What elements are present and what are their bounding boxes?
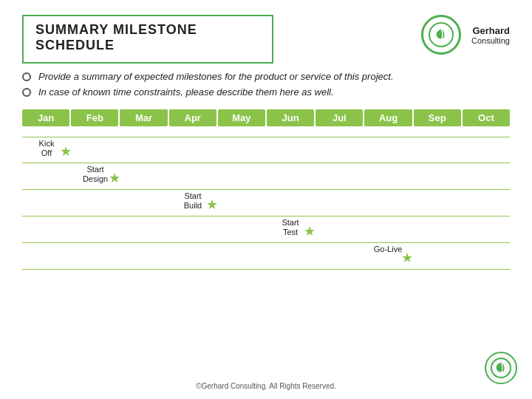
bullet-text-2: In case of known time constraints, pleas…	[38, 86, 334, 98]
month-cell-sep: Sep	[414, 109, 461, 126]
milestone-label-0: KickOff	[39, 139, 55, 158]
bullet-item-1: Provide a summary of expected milestones…	[22, 71, 510, 82]
milestone-label-2: StartBuild	[184, 191, 202, 211]
milestone-row-1: StartDesign★	[22, 163, 510, 190]
header: Summary Milestone Schedule Gerhard Consu…	[22, 15, 510, 64]
month-cell-apr: Apr	[169, 109, 216, 126]
timeline-section: JanFebMarAprMayJunJulAugSepOct KickOff★S…	[22, 109, 510, 270]
milestone-star-4: ★	[401, 250, 413, 266]
month-cell-jul: Jul	[316, 109, 363, 126]
milestone-label-1: StartDesign	[83, 165, 108, 184]
page-title: Summary Milestone Schedule	[35, 22, 197, 52]
milestone-rows: KickOff★StartDesign★StartBuild★StartTest…	[22, 137, 510, 270]
month-cell-oct: Oct	[463, 109, 510, 126]
bullets-section: Provide a summary of expected milestones…	[22, 71, 510, 98]
month-cell-feb: Feb	[71, 109, 118, 126]
title-box: Summary Milestone Schedule	[22, 15, 273, 64]
logo-text: Gerhard Consulting	[471, 25, 510, 45]
logo-icon	[421, 15, 461, 55]
logo-area: Gerhard Consulting	[421, 15, 510, 55]
bullet-text-1: Provide a summary of expected milestones…	[38, 71, 394, 82]
logo-name: Gerhard	[472, 25, 510, 36]
milestone-row-2: StartBuild★	[22, 190, 510, 216]
milestone-row-3: StartTest★	[22, 216, 510, 243]
milestone-star-1: ★	[109, 170, 120, 186]
copyright-text: ©Gerhard Consulting. All Rights Reserved…	[196, 382, 336, 390]
month-cell-aug: Aug	[364, 109, 412, 126]
milestone-row-4: Go-Live★	[22, 243, 510, 270]
bullet-dot-2	[22, 88, 31, 97]
milestone-row-0: KickOff★	[22, 137, 510, 163]
milestone-label-3: StartTest	[282, 218, 299, 237]
bottom-logo-circle	[485, 352, 517, 384]
milestone-star-0: ★	[60, 143, 72, 160]
bullet-dot-1	[22, 72, 31, 81]
month-row: JanFebMarAprMayJunJulAugSepOct	[22, 109, 510, 126]
month-cell-jan: Jan	[22, 109, 69, 126]
milestone-star-2: ★	[206, 197, 218, 213]
milestone-label-4: Go-Live	[374, 245, 403, 254]
month-cell-jun: Jun	[267, 109, 314, 126]
bullet-item-2: In case of known time constraints, pleas…	[22, 86, 510, 98]
page: Summary Milestone Schedule Gerhard Consu…	[0, 0, 532, 399]
logo-sub: Consulting	[471, 36, 510, 45]
month-cell-may: May	[218, 109, 265, 126]
footer: ©Gerhard Consulting. All Rights Reserved…	[0, 382, 532, 390]
bottom-logo	[485, 352, 517, 384]
month-cell-mar: Mar	[120, 109, 167, 126]
milestone-star-3: ★	[304, 223, 316, 239]
